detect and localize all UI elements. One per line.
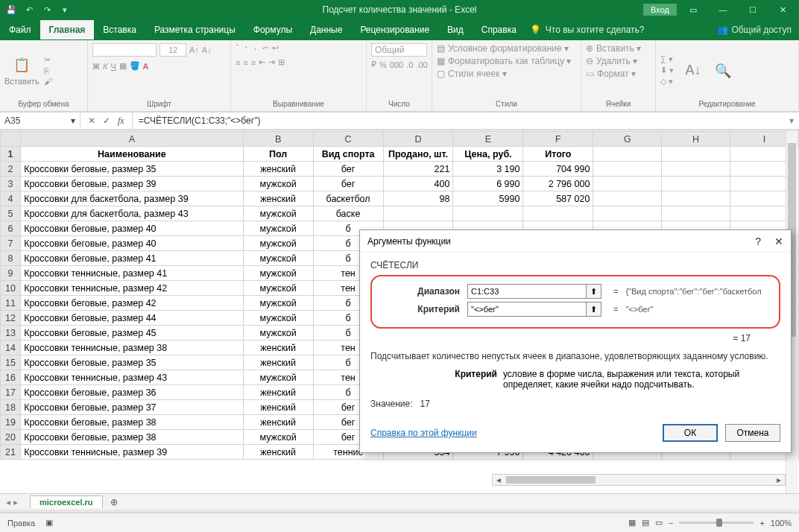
- row-header[interactable]: 1: [1, 147, 21, 162]
- indent-inc-icon[interactable]: ⇥: [268, 57, 275, 67]
- tab-help[interactable]: Справка: [473, 20, 525, 39]
- cell[interactable]: Вид спорта: [313, 147, 383, 162]
- cell[interactable]: мужской: [243, 370, 313, 385]
- format-as-table-button[interactable]: ▦Форматировать как таблицу ▾: [437, 56, 576, 66]
- cell[interactable]: мужской: [243, 430, 313, 445]
- row-header[interactable]: 15: [1, 355, 21, 370]
- cell[interactable]: Итого: [523, 147, 593, 162]
- inc-dec-icon[interactable]: .0: [406, 60, 413, 69]
- cell[interactable]: 3 190: [453, 162, 523, 177]
- cell[interactable]: мужской: [243, 206, 313, 221]
- cancel-formula-icon[interactable]: ✕: [88, 115, 95, 126]
- cancel-button[interactable]: Отмена: [725, 424, 780, 442]
- dec-dec-icon[interactable]: .00: [416, 60, 427, 69]
- cell[interactable]: мужской: [243, 281, 313, 296]
- comma-icon[interactable]: 000: [390, 60, 403, 69]
- number-format-combo[interactable]: Общий: [371, 43, 427, 57]
- align-top-icon[interactable]: ⠁: [236, 43, 241, 53]
- cell-styles-button[interactable]: ▢Стили ячеек ▾: [437, 69, 576, 79]
- redo-icon[interactable]: ↷: [40, 3, 54, 16]
- cell[interactable]: женский: [243, 385, 313, 400]
- save-icon[interactable]: 💾: [4, 3, 18, 16]
- tell-me[interactable]: 💡 Что вы хотите сделать?: [530, 25, 645, 35]
- view-normal-icon[interactable]: ▦: [628, 518, 636, 528]
- name-box[interactable]: A35▾: [0, 113, 80, 129]
- sort-filter-button[interactable]: A↓: [683, 61, 704, 80]
- cell[interactable]: Кроссовки для баскетбола, размер 43: [21, 206, 244, 221]
- col-header-C[interactable]: C: [313, 132, 383, 147]
- cell[interactable]: мужской: [243, 177, 313, 191]
- paste-button[interactable]: 📋 Вставить: [4, 55, 40, 86]
- cell[interactable]: Кроссовки беговые, размер 35: [21, 355, 244, 370]
- cell[interactable]: [383, 206, 453, 221]
- shrink-font-icon[interactable]: A↓: [202, 45, 212, 54]
- zoom-out-icon[interactable]: −: [669, 519, 673, 528]
- tab-scroll-left-icon[interactable]: ◂: [6, 497, 10, 507]
- border-icon[interactable]: ▦: [119, 61, 127, 71]
- cell[interactable]: [593, 162, 662, 177]
- minimize-icon[interactable]: —: [710, 1, 736, 18]
- cell[interactable]: мужской: [243, 311, 313, 326]
- cell[interactable]: Кроссовки беговые, размер 37: [21, 400, 244, 415]
- insert-cells-button[interactable]: ⊕Вставить ▾: [586, 43, 651, 54]
- align-center-icon[interactable]: ≡: [243, 58, 247, 67]
- view-layout-icon[interactable]: ▤: [642, 518, 649, 528]
- col-header-H[interactable]: H: [662, 132, 730, 147]
- tab-file[interactable]: Файл: [0, 20, 40, 39]
- cell[interactable]: [662, 177, 730, 191]
- cell[interactable]: женский: [243, 445, 313, 460]
- scroll-right-icon[interactable]: ▸: [773, 475, 785, 485]
- cell[interactable]: Кроссовки беговые, размер 39: [21, 177, 244, 191]
- format-cells-button[interactable]: ▭Формат ▾: [586, 69, 651, 79]
- cell[interactable]: мужской: [243, 326, 313, 341]
- row-header[interactable]: 6: [1, 221, 21, 236]
- cell[interactable]: Кроссовки беговые, размер 35: [21, 162, 244, 177]
- cell[interactable]: бег: [313, 162, 383, 177]
- cell[interactable]: бег: [313, 177, 383, 191]
- select-all[interactable]: [1, 132, 21, 147]
- zoom-level[interactable]: 100%: [771, 519, 792, 528]
- cell[interactable]: 2 796 000: [523, 177, 593, 191]
- row-header[interactable]: 8: [1, 251, 21, 266]
- cell[interactable]: [593, 206, 662, 221]
- cell[interactable]: мужской: [243, 236, 313, 251]
- tab-home[interactable]: Главная: [40, 20, 95, 39]
- cell[interactable]: мужской: [243, 251, 313, 266]
- clear-icon[interactable]: ◇ ▾: [660, 77, 674, 86]
- col-header-G[interactable]: G: [593, 132, 662, 147]
- cell[interactable]: женский: [243, 355, 313, 370]
- indent-dec-icon[interactable]: ⇤: [259, 57, 265, 67]
- formula-expand-icon[interactable]: ▾: [784, 115, 799, 126]
- accept-formula-icon[interactable]: ✓: [103, 115, 110, 126]
- cell[interactable]: Кроссовки беговые, размер 45: [21, 326, 244, 341]
- zoom-in-icon[interactable]: +: [759, 519, 764, 528]
- col-header-F[interactable]: F: [523, 132, 593, 147]
- scroll-left-icon[interactable]: ◂: [493, 475, 505, 485]
- cell[interactable]: Продано, шт.: [383, 147, 453, 162]
- row-header[interactable]: 2: [1, 162, 21, 177]
- cell[interactable]: [662, 191, 730, 206]
- tab-view[interactable]: Вид: [438, 20, 473, 39]
- arg-criteria-input[interactable]: [467, 302, 587, 317]
- row-header[interactable]: 21: [1, 445, 21, 460]
- find-select-button[interactable]: 🔍: [713, 61, 733, 80]
- col-header-D[interactable]: D: [383, 132, 453, 147]
- tab-formulas[interactable]: Формулы: [244, 20, 301, 39]
- row-header[interactable]: 20: [1, 430, 21, 445]
- row-header[interactable]: 9: [1, 266, 21, 281]
- share-button[interactable]: 👥 Общий доступ: [717, 25, 792, 35]
- cell[interactable]: Кроссовки беговые, размер 36: [21, 385, 244, 400]
- dialog-help-icon[interactable]: ?: [755, 235, 761, 247]
- col-header-E[interactable]: E: [453, 132, 523, 147]
- cell[interactable]: Кроссовки беговые, размер 40: [21, 236, 244, 251]
- cell[interactable]: женский: [243, 400, 313, 415]
- cell[interactable]: 6 990: [453, 177, 523, 191]
- font-size-combo[interactable]: 12: [160, 43, 186, 57]
- cell[interactable]: женский: [243, 191, 313, 206]
- cell[interactable]: [662, 162, 730, 177]
- row-header[interactable]: 19: [1, 415, 21, 430]
- row-header[interactable]: 18: [1, 400, 21, 415]
- cell[interactable]: баске: [313, 206, 383, 221]
- row-header[interactable]: 16: [1, 370, 21, 385]
- cell[interactable]: Цена, руб.: [453, 147, 523, 162]
